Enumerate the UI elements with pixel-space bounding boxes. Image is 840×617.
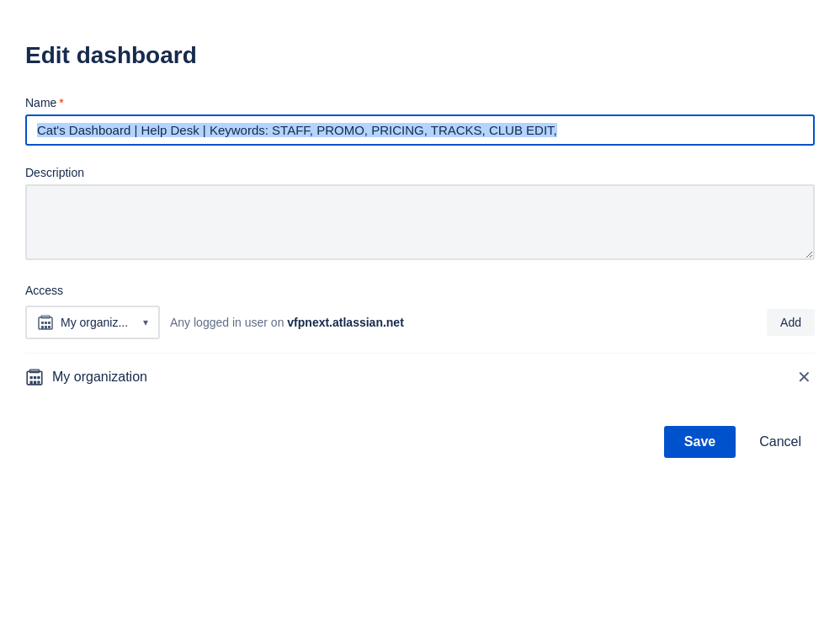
- svg-rect-2: [41, 322, 44, 324]
- org-dropdown[interactable]: My organiz... ▾: [25, 306, 160, 339]
- required-indicator: *: [59, 96, 63, 109]
- svg-rect-11: [34, 376, 36, 379]
- access-description: Any logged in user on vfpnext.atlassian.…: [170, 316, 757, 329]
- save-button[interactable]: Save: [664, 426, 736, 458]
- access-label: Access: [25, 284, 815, 297]
- svg-rect-15: [37, 380, 40, 383]
- svg-rect-14: [34, 380, 36, 384]
- svg-rect-13: [30, 380, 33, 384]
- svg-rect-10: [30, 376, 33, 379]
- description-label: Description: [25, 166, 815, 179]
- org-entry-label: My organization: [52, 370, 785, 385]
- name-label: Name *: [25, 96, 815, 109]
- svg-rect-7: [48, 326, 51, 328]
- dialog-title: Edit dashboard: [25, 42, 815, 69]
- org-entry-icon: [25, 368, 44, 386]
- org-entry: My organization ✕: [25, 353, 815, 401]
- add-button[interactable]: Add: [767, 309, 815, 336]
- access-domain: vfpnext.atlassian.net: [287, 316, 404, 329]
- access-row: My organiz... ▾ Any logged in user on vf…: [25, 306, 815, 339]
- svg-rect-3: [45, 322, 47, 324]
- description-form-group: Description: [25, 166, 815, 263]
- access-section: Access My organiz...: [25, 284, 815, 401]
- dialog-footer: Save Cancel: [25, 426, 815, 458]
- remove-org-button[interactable]: ✕: [794, 364, 815, 391]
- org-dropdown-label: My organiz...: [61, 316, 136, 329]
- name-form-group: Name *: [25, 96, 815, 146]
- svg-rect-6: [45, 326, 47, 329]
- svg-rect-5: [41, 326, 44, 329]
- cancel-button[interactable]: Cancel: [746, 426, 815, 458]
- close-icon: ✕: [797, 367, 811, 387]
- chevron-down-icon: ▾: [143, 316, 148, 328]
- edit-dashboard-dialog: Edit dashboard Name * Description Access: [17, 25, 823, 475]
- description-textarea[interactable]: [25, 184, 815, 260]
- org-dropdown-icon: [37, 314, 54, 331]
- svg-rect-12: [37, 376, 40, 379]
- dashboard-name-input[interactable]: [25, 114, 815, 146]
- svg-rect-4: [48, 322, 51, 324]
